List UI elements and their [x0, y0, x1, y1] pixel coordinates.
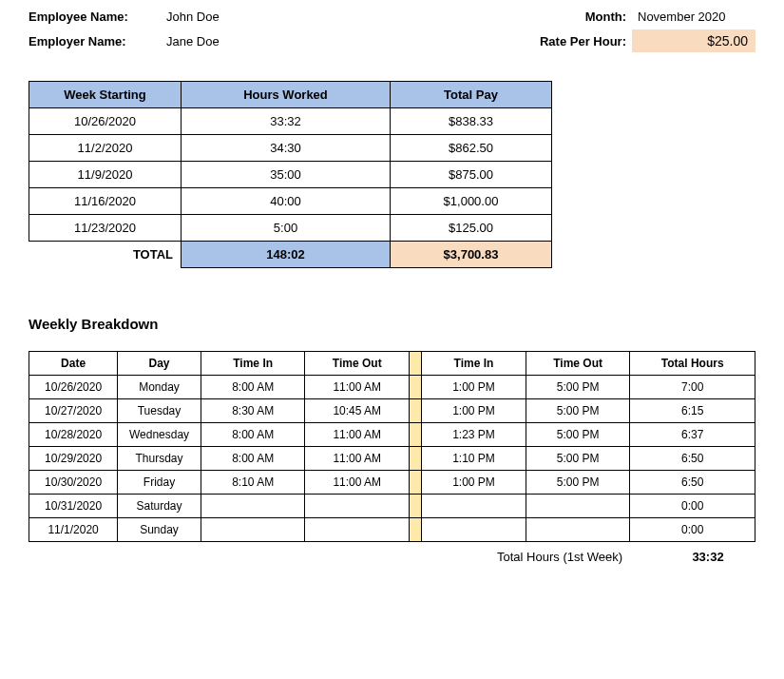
summary-pay: $1,000.00	[391, 188, 552, 215]
breakdown-tout2: 5:00 PM	[526, 447, 630, 471]
table-row: 11/16/202040:00$1,000.00	[29, 188, 552, 215]
table-row: 11/2/202034:30$862.50	[29, 135, 552, 162]
summary-week: 11/9/2020	[29, 162, 182, 188]
breakdown-tin1: 8:30 AM	[201, 399, 305, 423]
summary-table: Week Starting Hours Worked Total Pay 10/…	[29, 81, 552, 268]
breakdown-date: 11/1/2020	[29, 518, 118, 542]
breakdown-separator	[410, 423, 422, 447]
table-row: 10/26/2020Monday8:00 AM11:00 AM1:00 PM5:…	[29, 376, 755, 399]
month-label: Month:	[527, 10, 632, 24]
breakdown-day: Monday	[118, 376, 201, 399]
table-row: 11/1/2020Sunday0:00	[29, 518, 755, 542]
breakdown-tout2: 5:00 PM	[526, 376, 630, 399]
breakdown-header-total: Total Hours	[630, 352, 755, 376]
breakdown-tout1	[305, 495, 410, 518]
breakdown-separator	[410, 399, 422, 423]
breakdown-table: Date Day Time In Time Out Time In Time O…	[29, 351, 755, 542]
breakdown-separator	[410, 447, 422, 471]
summary-pay: $125.00	[391, 215, 552, 242]
breakdown-day: Wednesday	[118, 423, 201, 447]
breakdown-tin1: 8:10 AM	[201, 471, 305, 495]
breakdown-tout1: 10:45 AM	[305, 399, 410, 423]
breakdown-day: Thursday	[118, 447, 201, 471]
summary-header-week: Week Starting	[29, 82, 182, 108]
breakdown-total: 6:50	[630, 471, 755, 495]
breakdown-separator	[410, 518, 422, 542]
breakdown-date: 10/26/2020	[29, 376, 118, 399]
summary-week: 11/16/2020	[29, 188, 182, 215]
breakdown-tin2: 1:00 PM	[422, 471, 526, 495]
breakdown-header-tout2: Time Out	[526, 352, 630, 376]
rate-label: Rate Per Hour:	[527, 34, 632, 48]
breakdown-total: 7:00	[630, 376, 755, 399]
breakdown-total: 6:37	[630, 423, 755, 447]
breakdown-tout2: 5:00 PM	[526, 471, 630, 495]
breakdown-total: 6:50	[630, 447, 755, 471]
employer-label: Employer Name:	[29, 34, 166, 48]
table-row: 10/26/202033:32$838.33	[29, 108, 552, 135]
breakdown-day: Sunday	[118, 518, 201, 542]
breakdown-tin1: 8:00 AM	[201, 376, 305, 399]
breakdown-tin2: 1:00 PM	[422, 376, 526, 399]
breakdown-date: 10/28/2020	[29, 423, 118, 447]
breakdown-tin1	[201, 518, 305, 542]
breakdown-date: 10/30/2020	[29, 471, 118, 495]
summary-header-hours: Hours Worked	[182, 82, 391, 108]
breakdown-title: Weekly Breakdown	[29, 316, 755, 332]
breakdown-total: 0:00	[630, 518, 755, 542]
breakdown-total: 0:00	[630, 495, 755, 518]
table-row: 11/23/20205:00$125.00	[29, 215, 552, 242]
breakdown-footer-label: Total Hours (1st Week)	[497, 550, 622, 564]
summary-week: 11/2/2020	[29, 135, 182, 162]
table-row: 10/31/2020Saturday0:00	[29, 495, 755, 518]
breakdown-tin2: 1:23 PM	[422, 423, 526, 447]
breakdown-tout2	[526, 518, 630, 542]
breakdown-tout1: 11:00 AM	[305, 471, 410, 495]
summary-week: 10/26/2020	[29, 108, 182, 135]
table-row: 10/28/2020Wednesday8:00 AM11:00 AM1:23 P…	[29, 423, 755, 447]
summary-hours: 33:32	[182, 108, 391, 135]
breakdown-tin1: 8:00 AM	[201, 423, 305, 447]
summary-hours: 5:00	[182, 215, 391, 242]
breakdown-footer-value: 33:32	[660, 550, 755, 564]
breakdown-tout1: 11:00 AM	[305, 423, 410, 447]
breakdown-tout1	[305, 518, 410, 542]
breakdown-header-tout1: Time Out	[305, 352, 410, 376]
breakdown-separator	[410, 376, 422, 399]
table-row: 10/27/2020Tuesday8:30 AM10:45 AM1:00 PM5…	[29, 399, 755, 423]
summary-hours: 34:30	[182, 135, 391, 162]
breakdown-separator	[410, 471, 422, 495]
breakdown-date: 10/31/2020	[29, 495, 118, 518]
breakdown-header-tin2: Time In	[422, 352, 526, 376]
breakdown-day: Saturday	[118, 495, 201, 518]
breakdown-tout2: 5:00 PM	[526, 399, 630, 423]
summary-pay: $838.33	[391, 108, 552, 135]
summary-pay: $862.50	[391, 135, 552, 162]
table-row: 11/9/202035:00$875.00	[29, 162, 552, 188]
breakdown-tout1: 11:00 AM	[305, 447, 410, 471]
breakdown-tin2	[422, 518, 526, 542]
breakdown-tin2: 1:00 PM	[422, 399, 526, 423]
breakdown-header-tin1: Time In	[201, 352, 305, 376]
summary-pay: $875.00	[391, 162, 552, 188]
breakdown-tout2	[526, 495, 630, 518]
table-row: 10/30/2020Friday8:10 AM11:00 AM1:00 PM5:…	[29, 471, 755, 495]
summary-header-pay: Total Pay	[391, 82, 552, 108]
breakdown-day: Tuesday	[118, 399, 201, 423]
summary-hours: 40:00	[182, 188, 391, 215]
breakdown-separator	[410, 495, 422, 518]
rate-value: $25.00	[632, 29, 755, 52]
breakdown-tout2: 5:00 PM	[526, 423, 630, 447]
breakdown-date: 10/27/2020	[29, 399, 118, 423]
breakdown-tout1: 11:00 AM	[305, 376, 410, 399]
breakdown-separator	[410, 352, 422, 376]
employer-value: Jane Doe	[166, 34, 318, 48]
table-row: 10/29/2020Thursday8:00 AM11:00 AM1:10 PM…	[29, 447, 755, 471]
breakdown-day: Friday	[118, 471, 201, 495]
month-value: November 2020	[632, 10, 755, 24]
employee-label: Employee Name:	[29, 10, 166, 24]
summary-total-hours: 148:02	[182, 242, 391, 268]
breakdown-tin2: 1:10 PM	[422, 447, 526, 471]
summary-total-pay: $3,700.83	[391, 242, 552, 268]
breakdown-footer: Total Hours (1st Week) 33:32	[29, 542, 755, 564]
